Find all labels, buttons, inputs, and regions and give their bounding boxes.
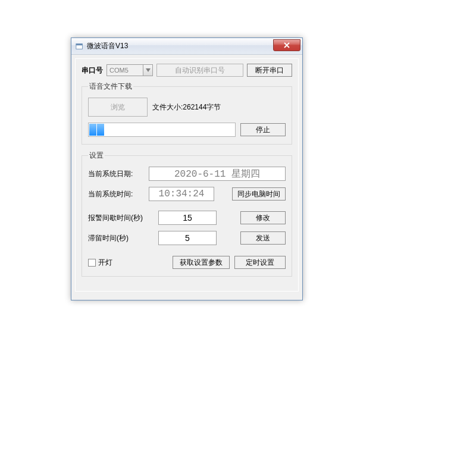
- app-icon: [75, 42, 84, 51]
- download-group: 语音文件下载 浏览 文件大小:262144字节 停止: [82, 82, 292, 145]
- serial-label: 串口号: [82, 65, 103, 76]
- settings-group: 设置 当前系统日期: 2020-6-11 星期四 当前系统时间: 10:34:2…: [82, 151, 292, 277]
- modify-button[interactable]: 修改: [240, 211, 286, 224]
- serial-port-value: COM5: [109, 67, 129, 74]
- sysdate-field[interactable]: 2020-6-11 星期四: [149, 167, 286, 181]
- filesize-label: 文件大小:262144字节: [152, 102, 221, 112]
- auto-detect-button: 自动识别串口号: [156, 64, 243, 77]
- app-window: 微波语音V13 串口号 COM5 自动识别串口号 断开串口 语音文件下载: [71, 37, 303, 300]
- download-progress: [88, 123, 236, 137]
- settings-legend: 设置: [88, 151, 105, 161]
- chevron-down-icon: [143, 65, 152, 76]
- light-label: 开灯: [98, 258, 112, 268]
- send-button[interactable]: 发送: [240, 231, 286, 245]
- download-legend: 语音文件下载: [88, 82, 133, 92]
- titlebar[interactable]: 微波语音V13: [71, 38, 302, 55]
- light-checkbox[interactable]: 开灯: [88, 258, 112, 268]
- close-button[interactable]: [273, 39, 300, 51]
- progress-chunk: [97, 124, 104, 136]
- checkbox-box-icon: [88, 259, 96, 267]
- systime-field[interactable]: 10:34:24: [149, 187, 214, 201]
- stop-button[interactable]: 停止: [240, 123, 286, 136]
- sysdate-label: 当前系统日期:: [88, 169, 144, 179]
- browse-button: 浏览: [88, 98, 148, 117]
- dwell-field[interactable]: 5: [158, 231, 217, 245]
- dwell-label: 滞留时间(秒): [88, 233, 154, 243]
- close-icon: [284, 42, 290, 48]
- serial-row: 串口号 COM5 自动识别串口号 断开串口: [82, 64, 292, 77]
- inner-panel: 串口号 COM5 自动识别串口号 断开串口 语音文件下载 浏览 文件大小:262…: [75, 58, 299, 292]
- sync-time-button[interactable]: 同步电脑时间: [232, 187, 286, 201]
- timer-settings-button[interactable]: 定时设置: [234, 256, 286, 269]
- serial-port-combo[interactable]: COM5: [107, 64, 153, 76]
- progress-chunk: [89, 124, 96, 136]
- get-params-button[interactable]: 获取设置参数: [173, 256, 230, 269]
- window-title: 微波语音V13: [87, 41, 128, 51]
- client-area: 串口号 COM5 自动识别串口号 断开串口 语音文件下载 浏览 文件大小:262…: [71, 55, 302, 300]
- alarm-interval-field[interactable]: 15: [158, 211, 217, 225]
- systime-label: 当前系统时间:: [88, 189, 144, 199]
- alarm-interval-label: 报警间歇时间(秒): [88, 213, 154, 223]
- disconnect-button[interactable]: 断开串口: [247, 64, 292, 77]
- svg-rect-1: [76, 43, 83, 45]
